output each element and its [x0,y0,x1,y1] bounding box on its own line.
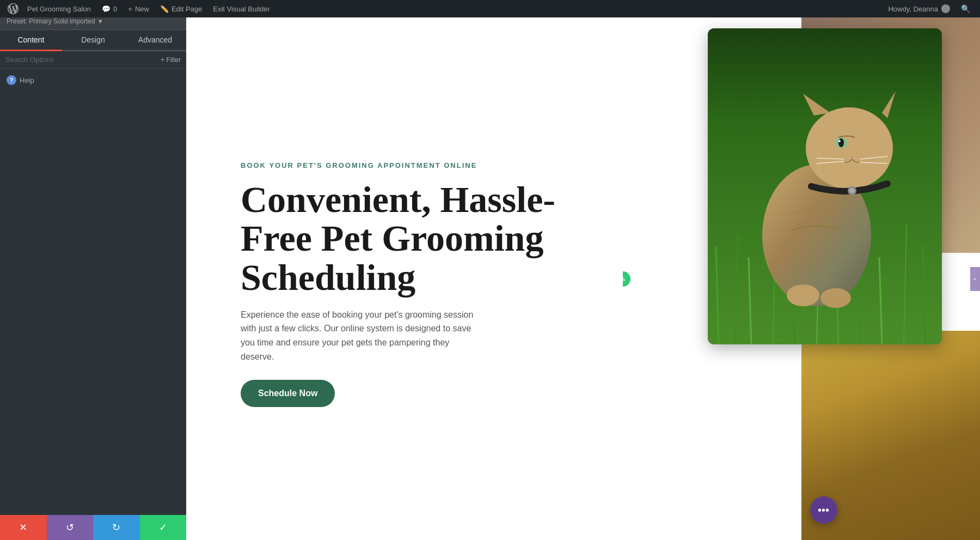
undo-icon: ↺ [66,521,74,533]
comment-icon: 💬 [102,5,111,13]
new-label: New [135,5,149,13]
howdy-section: Howdy, Deanna [883,4,955,13]
hero-section: BOOK YOUR PET'S GROOMING APPOINTMENT ONL… [186,17,980,540]
cat-image-fill [708,28,942,344]
site-name-text: Pet Grooming Salon [27,5,91,13]
exit-builder-label: Exit Visual Builder [213,5,270,13]
hero-text-area: BOOK YOUR PET'S GROOMING APPOINTMENT ONL… [186,17,623,540]
filter-button[interactable]: + Filter [161,56,181,64]
panel-search-bar: + Filter [0,51,186,69]
howdy-text: Howdy, Deanna [888,5,938,13]
page-background: BOOK YOUR PET'S GROOMING APPOINTMENT ONL… [186,17,980,540]
hero-description: Experience the ease of booking your pet'… [241,308,475,363]
preset-row: Preset: Primary Solid imported ▼ [7,17,180,25]
redo-icon: ↻ [112,521,120,533]
edit-page-link[interactable]: ✏️ Edit Page [155,0,207,17]
bottom-action-bar: ✕ ↺ ↻ ✓ [0,515,186,540]
edit-icon: ✏️ [160,5,169,13]
undo-button[interactable]: ↺ [47,515,94,540]
hero-title: Convenient, Hassle-Free Pet Grooming Sch… [241,180,590,297]
help-icon: ? [7,75,16,85]
help-label: Help [20,76,34,84]
tab-content[interactable]: Content [0,30,62,51]
fab-button[interactable]: ••• [810,496,837,524]
search-button[interactable]: 🔍 [955,4,976,13]
save-icon: ✓ [159,521,167,533]
panel-content: ? Help [0,69,186,540]
hero-subtitle: BOOK YOUR PET'S GROOMING APPOINTMENT ONL… [241,161,590,169]
cat-image [708,28,942,344]
svg-point-28 [820,288,851,308]
admin-bar: Pet Grooming Salon 💬 0 + New ✏️ Edit Pag… [0,0,980,17]
tab-design[interactable]: Design [62,30,124,51]
main-content: BOOK YOUR PET'S GROOMING APPOINTMENT ONL… [186,17,980,540]
preset-dropdown[interactable]: ▼ [97,18,103,25]
site-name-link[interactable]: Pet Grooming Salon [22,0,96,17]
search-input[interactable] [5,56,157,64]
svg-point-18 [838,138,844,147]
svg-point-19 [838,140,841,142]
save-button[interactable]: ✓ [140,515,187,540]
svg-point-14 [806,107,893,189]
admin-bar-right: Howdy, Deanna 🔍 [883,4,976,13]
cancel-button[interactable]: ✕ [0,515,47,540]
exit-builder-link[interactable]: Exit Visual Builder [207,0,275,17]
fab-icon: ••• [818,504,829,517]
edit-page-label: Edit Page [171,5,202,13]
svg-point-26 [849,188,855,193]
schedule-now-button[interactable]: Schedule Now [241,380,335,407]
wordpress-logo[interactable] [4,0,22,17]
tab-advanced[interactable]: Advanced [124,30,186,51]
plus-icon: + [128,5,132,13]
panel-tabs: Content Design Advanced [0,30,186,51]
preset-label: Preset: Primary Solid imported [7,17,95,25]
svg-point-27 [787,284,819,306]
cancel-icon: ✕ [19,521,27,533]
comments-count: 0 [113,5,117,13]
help-row[interactable]: ? Help [7,75,180,85]
new-link[interactable]: + New [122,0,155,17]
comments-link[interactable]: 💬 0 [96,0,122,17]
avatar [941,4,950,13]
hero-images-area: ✎ ••• › [623,17,980,540]
left-panel: Button Presets ⊡ ▦ ⋮ Preset: Primary Sol… [0,0,186,540]
divi-side-arrow[interactable]: › [970,267,980,291]
redo-button[interactable]: ↻ [93,515,140,540]
divi-edit-handle[interactable]: ✎ [623,271,630,287]
